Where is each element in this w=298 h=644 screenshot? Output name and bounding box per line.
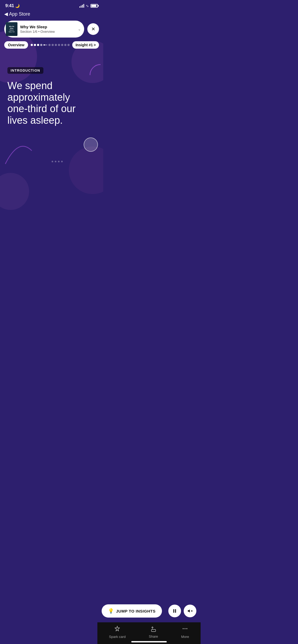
back-arrow-icon: ◀ xyxy=(4,11,8,17)
progress-dot-2 xyxy=(34,44,36,46)
deco-arc-top xyxy=(79,59,101,76)
deco-dot-3 xyxy=(58,161,60,162)
back-navigation[interactable]: ◀ App Store xyxy=(0,10,103,19)
floating-circle-button[interactable] xyxy=(84,137,98,152)
progress-dot-10 xyxy=(64,44,66,46)
status-time: 9:41 xyxy=(5,3,14,8)
progress-dot-6 xyxy=(52,44,54,46)
intro-badge: INTRODUCTION xyxy=(7,67,43,74)
book-title: Why We Sleep xyxy=(20,25,74,29)
progress-dot-8 xyxy=(58,44,60,46)
back-label: App Store xyxy=(9,11,30,17)
progress-dot-1 xyxy=(31,44,33,46)
progress-section: Overview Insight #1 > xyxy=(0,40,103,51)
deco-dot-2 xyxy=(55,161,56,162)
progress-dot-11 xyxy=(67,44,70,46)
progress-dot-7 xyxy=(55,44,57,46)
book-cover-text: Why We Sleep Matthew Walker PhD xyxy=(8,25,15,33)
progress-line-fill xyxy=(43,44,45,45)
chevron-right-icon: > xyxy=(94,43,96,47)
book-pill[interactable]: Why We Sleep Matthew Walker PhD Why We S… xyxy=(4,21,84,38)
battery-icon xyxy=(91,4,98,8)
deco-dot-1 xyxy=(52,161,53,162)
progress-dot-4 xyxy=(40,44,42,46)
progress-dot-5 xyxy=(48,44,51,46)
progress-dots xyxy=(31,44,70,46)
main-quote: We spend approximately one-third of our … xyxy=(7,80,92,126)
deco-dot-4 xyxy=(61,161,63,162)
deco-dots xyxy=(52,161,63,162)
wifi-icon: ∿ xyxy=(86,4,89,8)
chevron-down-icon: ⌄ xyxy=(78,27,81,31)
deco-circle-br xyxy=(69,146,103,194)
progress-dot-3 xyxy=(37,44,39,46)
insight-label: Insight #1 xyxy=(75,43,93,47)
insight-button[interactable]: Insight #1 > xyxy=(72,41,99,49)
book-header: Why We Sleep Matthew Walker PhD Why We S… xyxy=(0,19,103,40)
progress-line xyxy=(43,44,47,45)
book-subtitle: Section 1/6 • Overview xyxy=(20,30,74,34)
close-button[interactable]: ✕ xyxy=(87,23,99,35)
signal-bars-icon xyxy=(79,4,84,8)
main-content: INTRODUCTION We spend approximately one-… xyxy=(0,51,103,210)
status-icons: ∿ xyxy=(79,4,98,8)
status-bar: 9:41 🌙 ∿ xyxy=(0,0,103,10)
progress-dot-9 xyxy=(61,44,63,46)
close-icon: ✕ xyxy=(91,27,95,31)
deco-arc-bottom xyxy=(3,135,34,168)
deco-circle-bl xyxy=(0,173,29,210)
overview-button[interactable]: Overview xyxy=(4,41,28,49)
moon-icon: 🌙 xyxy=(15,4,20,8)
book-info: Why We Sleep Section 1/6 • Overview xyxy=(20,25,74,34)
book-cover: Why We Sleep Matthew Walker PhD xyxy=(6,22,17,36)
